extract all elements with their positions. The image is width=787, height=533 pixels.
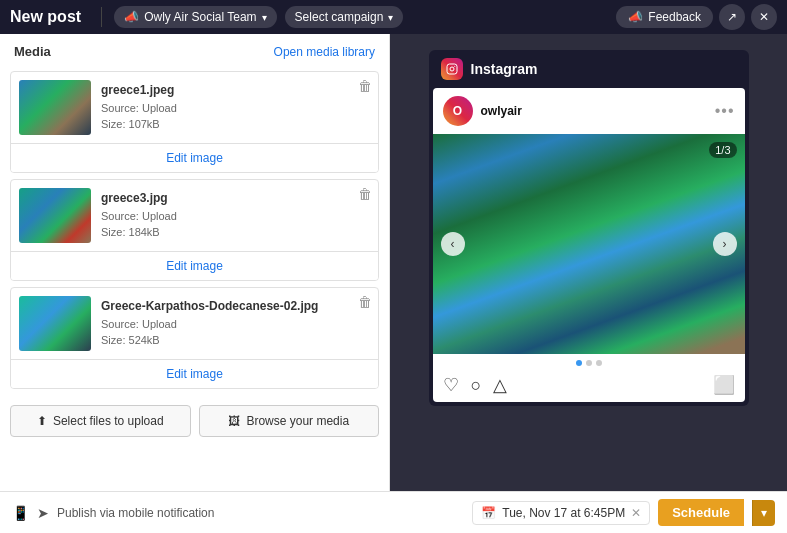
media-size: Size: 107kB [101,116,370,133]
media-info: Greece-Karpathos-Dodecanese-02.jpg Sourc… [101,299,370,349]
bookmark-icon[interactable]: ⬜ [713,374,735,396]
media-header: Media Open media library [0,34,389,65]
expand-button[interactable]: ↗ [719,4,745,30]
browse-media-button[interactable]: 🖼 Browse your media [199,405,380,437]
svg-point-2 [454,66,455,67]
instagram-logo-icon [441,58,463,80]
media-info: greece1.jpeg Source: Upload Size: 107kB [101,83,370,133]
like-icon[interactable]: ♡ [443,374,459,396]
trash-icon: 🗑 [358,294,372,310]
share-icon[interactable]: △ [493,374,507,396]
media-card-top: Greece-Karpathos-Dodecanese-02.jpg Sourc… [11,288,378,359]
campaign-selector-button[interactable]: Select campaign ▾ [285,6,404,28]
send-icon: ➤ [37,505,49,521]
avatar: O [443,96,473,126]
page-title: New post [10,8,81,26]
media-info: greece3.jpg Source: Upload Size: 184kB [101,191,370,241]
media-card-top: greece1.jpeg Source: Upload Size: 107kB … [11,72,378,143]
media-card: greece3.jpg Source: Upload Size: 184kB 🗑… [10,179,379,281]
calendar-icon: 📅 [481,506,496,520]
open-media-library-link[interactable]: Open media library [274,45,375,59]
ig-dot [576,360,582,366]
header-right: 📣 Feedback ↗ ✕ [616,4,777,30]
schedule-date-picker[interactable]: 📅 Tue, Nov 17 at 6:45PM ✕ [472,501,650,525]
upload-row: ⬆ Select files to upload 🖼 Browse your m… [0,395,389,447]
team-label: Owly Air Social Team [144,10,256,24]
feedback-button[interactable]: 📣 Feedback [616,6,713,28]
expand-icon: ↗ [727,10,737,24]
schedule-button[interactable]: Schedule [658,499,744,526]
trash-icon: 🗑 [358,186,372,202]
delete-media-button[interactable]: 🗑 [358,186,372,202]
feedback-label: Feedback [648,10,701,24]
footer: 📱 ➤ Publish via mobile notification 📅 Tu… [0,491,787,533]
trash-icon: 🗑 [358,78,372,94]
ig-post-card: O owlyair ••• 1/3 ‹ › ♡ ○ [433,88,745,402]
comment-icon[interactable]: ○ [471,375,482,396]
schedule-chevron-icon: ▾ [761,506,767,520]
ig-image-container: 1/3 ‹ › [433,134,745,354]
media-filename: greece1.jpeg [101,83,370,97]
left-panel: Media Open media library greece1.jpeg So… [0,34,390,491]
delete-media-button[interactable]: 🗑 [358,294,372,310]
media-source: Source: Upload [101,100,370,117]
publish-notification-label: Publish via mobile notification [57,506,214,520]
edit-image-button[interactable]: Edit image [11,143,378,172]
mobile-icon: 📱 [12,505,29,521]
team-chevron-icon: ▾ [262,12,267,23]
ig-platform-name: Instagram [471,61,538,77]
schedule-dropdown-button[interactable]: ▾ [752,500,775,526]
media-source: Source: Upload [101,316,370,333]
media-filename: Greece-Karpathos-Dodecanese-02.jpg [101,299,370,313]
ig-post-image [433,134,745,354]
ig-post-header: O owlyair ••• [433,88,745,134]
svg-point-1 [450,67,454,71]
edit-image-button[interactable]: Edit image [11,251,378,280]
ig-slide-badge: 1/3 [709,142,736,158]
ig-dot [586,360,592,366]
ig-platform-header: Instagram [429,50,749,88]
select-files-button[interactable]: ⬆ Select files to upload [10,405,191,437]
ig-dot [596,360,602,366]
edit-image-button[interactable]: Edit image [11,359,378,388]
ig-next-button[interactable]: › [713,232,737,256]
schedule-date-label: Tue, Nov 17 at 6:45PM [502,506,625,520]
campaign-chevron-icon: ▾ [388,12,393,23]
media-thumbnail [19,188,91,243]
ig-carousel-dots [433,354,745,368]
ig-username: owlyair [481,104,707,118]
right-panel: Instagram O owlyair ••• 1/3 ‹ › [390,34,787,491]
clear-date-button[interactable]: ✕ [631,506,641,520]
header-divider [101,7,102,27]
instagram-preview: Instagram O owlyair ••• 1/3 ‹ › [429,50,749,406]
media-card: Greece-Karpathos-Dodecanese-02.jpg Sourc… [10,287,379,389]
close-icon: ✕ [759,10,769,24]
media-size: Size: 184kB [101,224,370,241]
select-files-label: Select files to upload [53,414,164,428]
browse-icon: 🖼 [228,414,240,428]
header: New post 📣 Owly Air Social Team ▾ Select… [0,0,787,34]
svg-rect-0 [447,64,457,74]
megaphone-icon: 📣 [124,10,139,24]
ig-prev-button[interactable]: ‹ [441,232,465,256]
campaign-label: Select campaign [295,10,384,24]
media-title: Media [14,44,51,59]
upload-icon: ⬆ [37,414,47,428]
ig-actions-bar: ♡ ○ △ ⬜ [433,368,745,402]
delete-media-button[interactable]: 🗑 [358,78,372,94]
more-options-icon[interactable]: ••• [715,102,735,120]
media-thumbnail [19,80,91,135]
media-card-top: greece3.jpg Source: Upload Size: 184kB 🗑 [11,180,378,251]
send-button[interactable]: ➤ [37,505,49,521]
media-source: Source: Upload [101,208,370,225]
feedback-icon: 📣 [628,10,643,24]
team-selector-button[interactable]: 📣 Owly Air Social Team ▾ [114,6,276,28]
browse-media-label: Browse your media [246,414,349,428]
media-size: Size: 524kB [101,332,370,349]
main-content: Media Open media library greece1.jpeg So… [0,34,787,491]
media-card: greece1.jpeg Source: Upload Size: 107kB … [10,71,379,173]
media-filename: greece3.jpg [101,191,370,205]
close-button[interactable]: ✕ [751,4,777,30]
media-thumbnail [19,296,91,351]
